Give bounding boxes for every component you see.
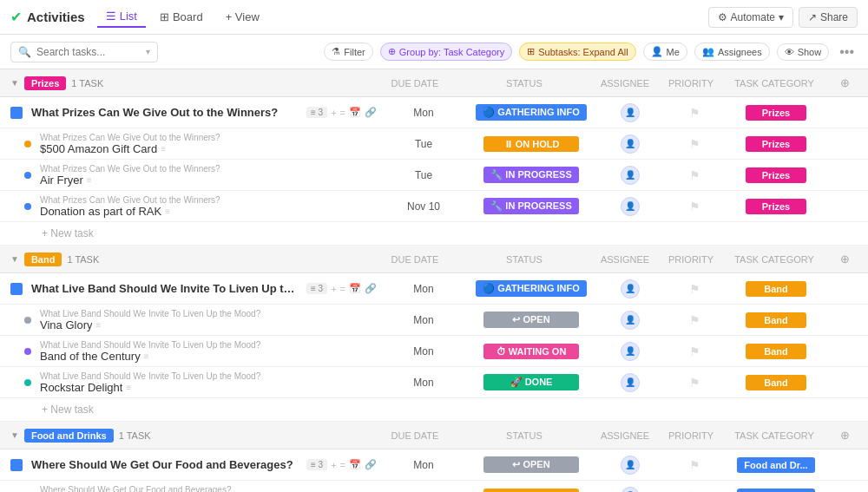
add-column-button[interactable]: ⊕ <box>832 76 858 89</box>
avatar[interactable]: 👤 <box>621 103 640 122</box>
avatar[interactable]: 👤 <box>621 487 640 493</box>
tab-add-view[interactable]: + View <box>217 7 268 27</box>
task-priority[interactable]: ⚑ <box>668 200 720 213</box>
task-status[interactable]: 🔵 GATHERING INFO <box>470 104 592 121</box>
link-icon[interactable]: 🔗 <box>365 459 377 470</box>
task-status[interactable]: 🔧 IN PROGRESS <box>470 198 592 214</box>
calendar-icon[interactable]: 📅 <box>349 283 361 294</box>
flag-icon[interactable]: ⚑ <box>689 458 700 472</box>
avatar[interactable]: 👤 <box>621 373 640 392</box>
flag-icon[interactable]: ⚑ <box>689 489 700 493</box>
search-icon: 🔍 <box>18 46 31 58</box>
link-icon[interactable]: 🔗 <box>365 107 377 118</box>
equals-icon[interactable]: = <box>340 108 345 118</box>
task-status[interactable]: 🔧 IN PROGRESS <box>470 167 592 183</box>
col-header-due: DUE DATE <box>372 254 458 265</box>
task-name: Air Fryer <box>40 174 83 187</box>
avatar[interactable]: 👤 <box>621 197 640 216</box>
tag-icon: ≡ <box>144 351 149 361</box>
avatar[interactable]: 👤 <box>621 166 640 185</box>
task-name: Rockstar Delight <box>40 381 122 394</box>
task-priority[interactable]: ⚑ <box>668 458 720 472</box>
automate-button[interactable]: ⚙ Automate ▾ <box>708 7 793 28</box>
tab-list[interactable]: ☰ List <box>97 6 146 28</box>
task-assignee[interactable]: 👤 <box>595 487 665 493</box>
show-chip[interactable]: 👁 Show <box>777 43 830 61</box>
col-header-priority: PRIORITY <box>665 430 717 441</box>
task-priority[interactable]: ⚑ <box>668 376 720 390</box>
avatar[interactable]: 👤 <box>621 311 640 330</box>
group-badge-food[interactable]: Food and Drinks <box>24 429 114 443</box>
task-assignee[interactable]: 👤 <box>595 279 665 298</box>
task-checkbox[interactable] <box>10 107 23 119</box>
flag-icon[interactable]: ⚑ <box>689 200 700 213</box>
task-assignee[interactable]: 👤 <box>595 134 665 154</box>
task-priority[interactable]: ⚑ <box>668 313 720 327</box>
task-assignee[interactable]: 👤 <box>595 103 665 122</box>
add-column-button[interactable]: ⊕ <box>832 253 858 266</box>
task-priority[interactable]: ⚑ <box>668 106 720 120</box>
flag-icon[interactable]: ⚑ <box>689 137 700 151</box>
search-box[interactable]: 🔍 ▾ <box>10 42 158 62</box>
add-column-button[interactable]: ⊕ <box>832 429 858 442</box>
task-name-area: What Prizes Can We Give Out to the Winne… <box>31 106 298 119</box>
task-priority[interactable]: ⚑ <box>668 168 720 182</box>
link-icon[interactable]: 🔗 <box>365 283 377 294</box>
flag-icon[interactable]: ⚑ <box>689 344 700 358</box>
more-button[interactable]: ••• <box>836 44 858 60</box>
task-status[interactable]: ⏱ WAITING ON <box>470 344 592 359</box>
share-button[interactable]: ↗ Share <box>799 7 858 28</box>
task-assignee[interactable]: 👤 <box>595 166 665 185</box>
task-status[interactable]: 🔵 GATHERING INFO <box>470 280 592 297</box>
flag-icon[interactable]: ⚑ <box>689 313 700 327</box>
task-assignee[interactable]: 👤 <box>595 342 665 361</box>
plus-icon[interactable]: + <box>331 284 336 294</box>
table-row: What Live Band Should We Invite To Liven… <box>0 367 868 398</box>
task-assignee[interactable]: 👤 <box>595 197 665 216</box>
group-badge-prizes[interactable]: Prizes <box>24 76 66 90</box>
avatar[interactable]: 👤 <box>621 134 640 154</box>
task-status[interactable]: ⏸ ON HOLD <box>470 136 592 152</box>
flag-icon[interactable]: ⚑ <box>689 106 700 120</box>
automate-icon: ⚙ <box>718 11 727 23</box>
add-task-button[interactable]: + New task <box>0 222 868 246</box>
add-task-button[interactable]: + New task <box>0 398 868 422</box>
calendar-icon[interactable]: 📅 <box>349 107 361 118</box>
group-toggle-prizes[interactable]: ▼ <box>10 78 19 88</box>
filter-chip[interactable]: ⚗ Filter <box>324 43 372 61</box>
me-chip[interactable]: 👤 Me <box>643 43 687 61</box>
task-assignee[interactable]: 👤 <box>595 456 665 475</box>
group-by-chip[interactable]: ⊕ Group by: Task Category <box>380 43 512 61</box>
task-priority[interactable]: ⚑ <box>668 344 720 358</box>
table-row: What Prizes Can We Give Out to the Winne… <box>0 160 868 191</box>
calendar-icon[interactable]: 📅 <box>349 459 361 470</box>
plus-icon[interactable]: + <box>331 460 336 470</box>
group-toggle-band[interactable]: ▼ <box>10 254 19 264</box>
subtasks-chip[interactable]: ⊞ Subtasks: Expand All <box>519 43 635 61</box>
task-checkbox[interactable] <box>10 283 23 295</box>
equals-icon[interactable]: = <box>340 284 345 294</box>
flag-icon[interactable]: ⚑ <box>689 282 700 296</box>
task-status[interactable]: ⏸ ON HOLD <box>470 489 592 493</box>
task-priority[interactable]: ⚑ <box>668 489 720 493</box>
avatar[interactable]: 👤 <box>621 342 640 361</box>
task-status[interactable]: ↩ OPEN <box>470 312 592 328</box>
plus-icon[interactable]: + <box>331 108 336 118</box>
avatar[interactable]: 👤 <box>621 456 640 475</box>
flag-icon[interactable]: ⚑ <box>689 168 700 182</box>
task-priority[interactable]: ⚑ <box>668 137 720 151</box>
avatar[interactable]: 👤 <box>621 279 640 298</box>
group-badge-band[interactable]: Band <box>24 253 62 266</box>
tab-board[interactable]: ⊞ Board <box>151 7 212 27</box>
task-priority[interactable]: ⚑ <box>668 282 720 296</box>
task-status[interactable]: 🚀 DONE <box>470 374 592 390</box>
assignees-chip[interactable]: 👥 Assignees <box>694 43 770 61</box>
flag-icon[interactable]: ⚑ <box>689 376 700 390</box>
search-input[interactable] <box>36 46 141 58</box>
equals-icon[interactable]: = <box>340 460 345 470</box>
task-assignee[interactable]: 👤 <box>595 311 665 330</box>
task-checkbox[interactable] <box>10 459 23 471</box>
task-assignee[interactable]: 👤 <box>595 373 665 392</box>
task-status[interactable]: ↩ OPEN <box>470 456 592 473</box>
group-toggle-food[interactable]: ▼ <box>10 430 19 440</box>
